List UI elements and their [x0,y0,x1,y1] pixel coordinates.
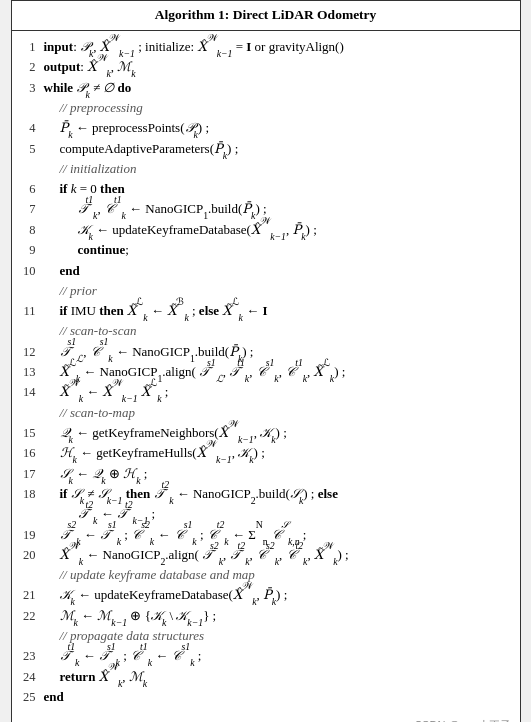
lc-10: end [42,261,512,281]
lc-12: 𝒯s1ℒ, 𝒞s1k ← NanoGICP1.build(P̄k) ; [42,342,512,362]
ln-16: 16 [20,444,42,463]
line-10: 10 end [20,261,512,281]
line-2: 2 output: X̂𝒲k, ℳk [20,57,512,77]
lc-21: 𝒦k ← updateKeyframeDatabase(X̂𝒲k, P̄k) ; [42,585,512,605]
lc-25: end [42,687,512,707]
ln-15: 15 [20,424,42,443]
line-comment-init: // initialization [20,159,512,179]
line-15: 15 𝒬k ← getKeyframeNeighbors(X̂𝒲k−1, 𝒦k)… [20,423,512,443]
lc-5: computeAdaptiveParameters(P̄k) ; [42,139,512,159]
ln-20: 20 [20,546,42,565]
ln-12: 12 [20,343,42,362]
ln-7: 7 [20,200,42,219]
line-comment-prop: // propagate data structures [20,626,512,646]
ln-14: 14 [20,383,42,402]
ln-18: 18 [20,485,42,504]
ln-8: 8 [20,221,42,240]
footer: CSDN @xwz小王子 [12,715,520,722]
lc-1: input: 𝒫k, X̂𝒲k−1 ; initialize: X̂𝒲k−1 =… [42,37,512,57]
ln-1: 1 [20,38,42,57]
line-comment-prior: // prior [20,281,512,301]
ln-11: 11 [20,302,42,321]
line-6: 6 if k = 0 then [20,179,512,199]
algo-title: Direct LiDAR Odometry [233,7,377,22]
line-18b: 𝒯t2k ← 𝒯t2k−1 ; [20,504,512,524]
line-comment-pre: // preprocessing [20,98,512,118]
lc-comment-update: // update keyframe database and map [42,565,512,585]
lc-16: ℋk ← getKeyframeHulls(X̂𝒲k−1, 𝒦k) ; [42,443,512,463]
ln-22: 22 [20,607,42,626]
lc-14: X̃𝒲k ← X̂𝒲k−1 X̃ℒk ; [42,382,512,402]
lc-7: 𝒯t1k, 𝒞t1k ← NanoGICP1.build(P̄k) ; [42,199,512,219]
lc-3: while 𝒫k ≠ ∅ do [42,78,512,98]
line-21: 21 𝒦k ← updateKeyframeDatabase(X̂𝒲k, P̄k… [20,585,512,605]
lc-8: 𝒦k ← updateKeyframeDatabase(X̂𝒲k−1, P̄k)… [42,220,512,240]
lc-20: X̂𝒲k ← NanoGICP2.align( 𝒯s2k, 𝒯t2k, 𝒞s2k… [42,545,512,565]
ln-25: 25 [20,688,42,707]
ln-4: 4 [20,119,42,138]
ln-24: 24 [20,668,42,687]
lc-18: if 𝒮k ≠ 𝒮k−1 then 𝒯t2k ← NanoGICP2.build… [42,484,512,504]
line-8: 8 𝒦k ← updateKeyframeDatabase(X̂𝒲k−1, P̄… [20,220,512,240]
algorithm-box: Algorithm 1: Direct LiDAR Odometry 1 inp… [11,0,521,722]
lc-comment-init: // initialization [42,159,512,179]
ln-17: 17 [20,465,42,484]
line-16: 16 ℋk ← getKeyframeHulls(X̂𝒲k−1, 𝒦k) ; [20,443,512,463]
ln-13: 13 [20,363,42,382]
line-1: 1 input: 𝒫k, X̂𝒲k−1 ; initialize: X̂𝒲k−1… [20,37,512,57]
ln-9: 9 [20,241,42,260]
lc-22: ℳk ← ℳk−1 ⊕ {𝒦k \ 𝒦k−1} ; [42,606,512,626]
line-comment-update: // update keyframe database and map [20,565,512,585]
lc-19: 𝒯s2k ← 𝒯s1k ; 𝒞s2k ← 𝒞s1k ; 𝒞t2k ← ΣNn 𝒞… [42,525,512,545]
lc-6: if k = 0 then [42,179,512,199]
ln-6: 6 [20,180,42,199]
line-23: 23 𝒯t1k ← 𝒯s1k ; 𝒞t1k ← 𝒞s1k ; [20,646,512,666]
lc-comment-s2m: // scan-to-map [42,403,512,423]
line-comment-s2s: // scan-to-scan [20,321,512,341]
line-11: 11 if IMU then X̃ℒk ← X̃ℬk ; else X̃ℒk ←… [20,301,512,321]
lc-comment-prior: // prior [42,281,512,301]
lc-4: P̄k ← preprocessPoints(𝒫k) ; [42,118,512,138]
ln-23: 23 [20,647,42,666]
ln-21: 21 [20,586,42,605]
line-14: 14 X̃𝒲k ← X̂𝒲k−1 X̃ℒk ; [20,382,512,402]
line-25: 25 end [20,687,512,707]
line-17: 17 𝒮k ← 𝒬k ⊕ ℋk ; [20,464,512,484]
lc-11: if IMU then X̃ℒk ← X̃ℬk ; else X̃ℒk ← I [42,301,512,321]
line-comment-s2m: // scan-to-map [20,403,512,423]
algo-header: Algorithm 1: Direct LiDAR Odometry [12,1,520,31]
line-20: 20 X̂𝒲k ← NanoGICP2.align( 𝒯s2k, 𝒯t2k, 𝒞… [20,545,512,565]
line-3: 3 while 𝒫k ≠ ∅ do [20,78,512,98]
footer-credit: CSDN @xwz小王子 [414,717,511,722]
ln-5: 5 [20,140,42,159]
ln-19: 19 [20,526,42,545]
lc-2: output: X̂𝒲k, ℳk [42,57,512,77]
ln-3: 3 [20,79,42,98]
line-5: 5 computeAdaptiveParameters(P̄k) ; [20,139,512,159]
line-22: 22 ℳk ← ℳk−1 ⊕ {𝒦k \ 𝒦k−1} ; [20,606,512,626]
lc-15: 𝒬k ← getKeyframeNeighbors(X̂𝒲k−1, 𝒦k) ; [42,423,512,443]
line-24: 24 return X̂𝒲k, ℳk [20,667,512,687]
algo-number: Algorithm 1: [155,7,230,22]
line-13: 13 X̃ℒk ← NanoGICP1.align( 𝒯s1ℒ, 𝒯t1k, 𝒞… [20,362,512,382]
line-4: 4 P̄k ← preprocessPoints(𝒫k) ; [20,118,512,138]
line-9: 9 continue; [20,240,512,260]
line-18: 18 if 𝒮k ≠ 𝒮k−1 then 𝒯t2k ← NanoGICP2.bu… [20,484,512,504]
algo-body: 1 input: 𝒫k, X̂𝒲k−1 ; initialize: X̂𝒲k−1… [12,31,520,716]
ln-10: 10 [20,262,42,281]
lc-9: continue; [42,240,512,260]
lc-comment-s2s: // scan-to-scan [42,321,512,341]
lc-24: return X̂𝒲k, ℳk [42,667,512,687]
lc-comment-pre: // preprocessing [42,98,512,118]
lc-17: 𝒮k ← 𝒬k ⊕ ℋk ; [42,464,512,484]
ln-2: 2 [20,58,42,77]
